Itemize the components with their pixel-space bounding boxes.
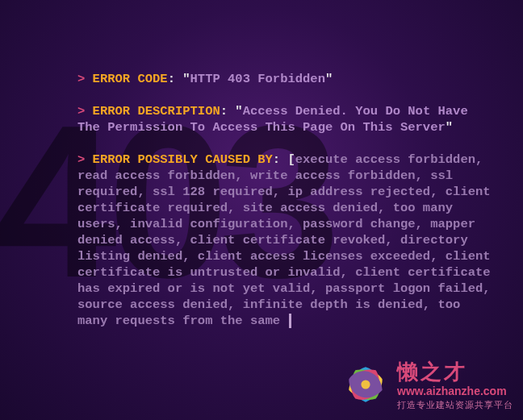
- error-causes-line: > ERROR POSSIBLY CAUSED BY: [execute acc…: [77, 152, 491, 329]
- watermark-title: 懒之才: [397, 362, 513, 383]
- error-code-value: HTTP 403 Forbidden: [190, 72, 325, 86]
- watermark: 懒之才 www.aizhanzhe.com 打造专业建站资源共享平台: [341, 360, 513, 414]
- terminal-output: > ERROR CODE: "HTTP 403 Forbidden" > ERR…: [77, 71, 491, 345]
- cursor-icon: [289, 314, 291, 328]
- svg-point-0: [361, 380, 370, 389]
- prompt-symbol: >: [77, 152, 93, 167]
- prompt-symbol: >: [77, 104, 93, 119]
- watermark-text: 懒之才 www.aizhanzhe.com 打造专业建站资源共享平台: [397, 362, 513, 411]
- error-description-line: > ERROR DESCRIPTION: "Access Denied. You…: [77, 103, 491, 135]
- end-quote: ": [446, 120, 453, 135]
- watermark-url: www.aizhanzhe.com: [397, 385, 513, 397]
- separator: : ": [168, 72, 190, 86]
- separator: : ": [220, 104, 243, 119]
- separator: : [: [273, 152, 295, 167]
- error-causes-label: ERROR POSSIBLY CAUSED BY: [93, 152, 273, 167]
- error-causes-value: execute access forbidden, read access fo…: [77, 152, 491, 328]
- end-quote: ": [325, 72, 333, 86]
- watermark-logo-icon: [341, 360, 391, 414]
- watermark-subtitle: 打造专业建站资源共享平台: [397, 399, 513, 411]
- error-code-label: ERROR CODE: [93, 72, 168, 86]
- error-code-line: > ERROR CODE: "HTTP 403 Forbidden": [77, 71, 491, 87]
- error-description-label: ERROR DESCRIPTION: [93, 104, 220, 119]
- prompt-symbol: >: [77, 72, 93, 86]
